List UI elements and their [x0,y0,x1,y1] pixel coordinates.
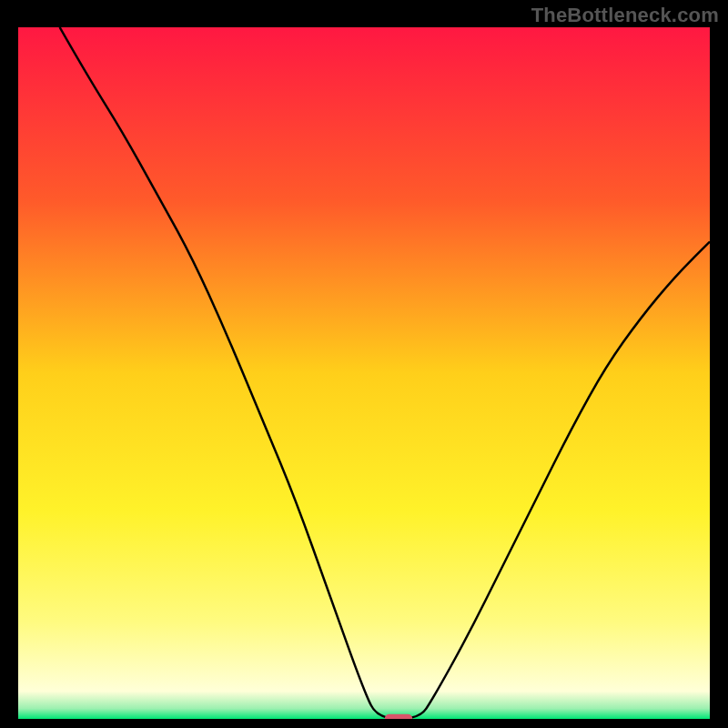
watermark-label: TheBottleneck.com [531,4,719,27]
bottleneck-curve-chart [18,27,710,719]
chart-frame: TheBottleneck.com [0,0,728,728]
optimal-point-marker [385,714,412,719]
chart-svg [18,27,710,719]
